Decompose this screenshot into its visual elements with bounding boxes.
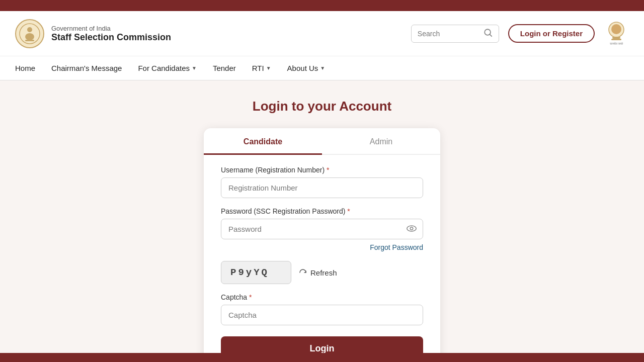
captcha-required: * — [249, 293, 252, 301]
svg-point-11 — [407, 226, 416, 231]
password-wrapper — [221, 219, 423, 239]
national-emblem: सत्यमेव जयते — [604, 20, 629, 47]
captcha-group: Captcha * — [221, 293, 423, 325]
username-input[interactable] — [221, 177, 423, 198]
username-label: Username (Registration Number) * — [221, 166, 423, 174]
login-card: Candidate Admin Username (Registration N… — [204, 128, 440, 362]
svg-rect-8 — [612, 37, 620, 39]
captcha-display: P9yYQ — [221, 261, 291, 284]
nav-rti[interactable]: RTI ▼ — [252, 57, 271, 79]
captcha-label: Captcha * — [221, 293, 423, 301]
nav-about-us[interactable]: About Us ▼ — [287, 57, 326, 79]
password-group: Password (SSC Registration Password) * F… — [221, 207, 423, 252]
svg-point-2 — [25, 33, 34, 40]
header: Government of India Staff Selection Comm… — [0, 11, 644, 56]
login-tabs: Candidate Admin — [204, 128, 440, 155]
logo-emblem — [15, 19, 44, 48]
login-form: Username (Registration Number) * Passwor… — [204, 155, 440, 361]
search-box[interactable] — [411, 25, 499, 43]
main-content: Login to your Account Candidate Admin Us… — [0, 80, 644, 362]
header-right: Login or Register सत्यमेव जयते — [411, 20, 629, 47]
tab-admin[interactable]: Admin — [322, 128, 440, 155]
eye-icon — [406, 223, 417, 234]
bottom-bar — [0, 353, 644, 362]
candidates-arrow-icon: ▼ — [192, 65, 197, 71]
nav-chairmans-message[interactable]: Chairman's Message — [51, 57, 122, 79]
login-register-button[interactable]: Login or Register — [508, 24, 595, 43]
forgot-password-link[interactable]: Forgot Password — [370, 243, 423, 251]
tab-candidate[interactable]: Candidate — [204, 128, 322, 155]
svg-rect-3 — [25, 40, 34, 41]
username-required: * — [327, 166, 329, 174]
svg-text:सत्यमेव जयते: सत्यमेव जयते — [609, 42, 624, 45]
refresh-icon — [298, 268, 307, 277]
username-group: Username (Registration Number) * — [221, 166, 423, 198]
refresh-button[interactable]: Refresh — [298, 268, 337, 277]
svg-line-5 — [490, 34, 492, 36]
navbar: Home Chairman's Message For Candidates ▼… — [0, 56, 644, 80]
top-bar — [0, 0, 644, 11]
search-icon — [484, 28, 493, 39]
password-input[interactable] — [221, 219, 423, 239]
svg-point-1 — [27, 27, 32, 32]
nav-home[interactable]: Home — [15, 57, 35, 79]
search-input[interactable] — [418, 30, 479, 38]
header-left: Government of India Staff Selection Comm… — [15, 19, 171, 48]
logo-svg — [19, 23, 41, 45]
nav-for-candidates[interactable]: For Candidates ▼ — [138, 57, 196, 79]
password-label: Password (SSC Registration Password) * — [221, 207, 423, 215]
page-title: Login to your Account — [253, 99, 391, 114]
rti-arrow-icon: ▼ — [266, 65, 271, 71]
svg-rect-9 — [611, 39, 621, 40]
toggle-password-button[interactable] — [406, 223, 417, 235]
password-required: * — [347, 207, 350, 215]
nav-tender[interactable]: Tender — [213, 57, 236, 79]
svg-point-12 — [410, 227, 413, 230]
about-arrow-icon: ▼ — [320, 65, 325, 71]
gov-label: Government of India — [51, 25, 171, 32]
ssc-label: Staff Selection Commission — [51, 32, 171, 43]
svg-point-7 — [611, 24, 621, 34]
header-title: Government of India Staff Selection Comm… — [51, 25, 171, 43]
captcha-input[interactable] — [221, 305, 423, 325]
captcha-row: P9yYQ Refresh — [221, 261, 423, 284]
